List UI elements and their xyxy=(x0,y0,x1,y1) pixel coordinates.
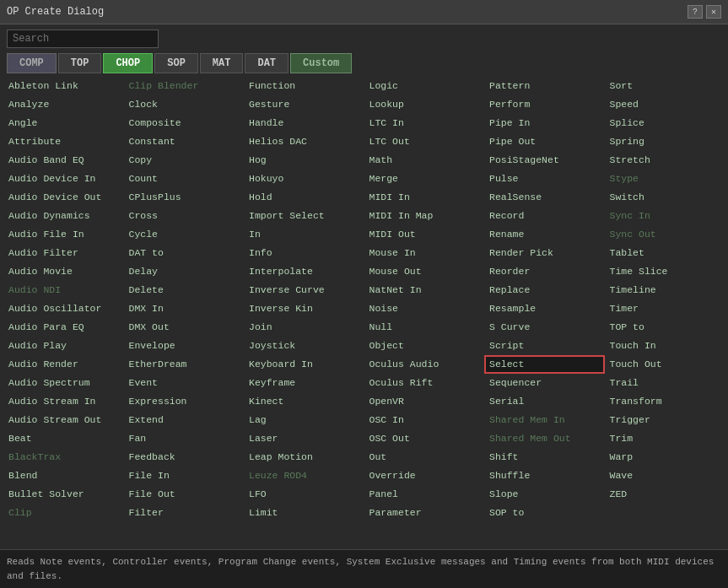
grid-cell[interactable]: Timeline xyxy=(605,281,725,299)
grid-cell[interactable]: Oculus Audio xyxy=(364,355,485,374)
grid-cell[interactable] xyxy=(605,504,725,522)
grid-cell[interactable]: RealSense xyxy=(484,188,605,207)
grid-cell[interactable]: Copy xyxy=(124,151,245,170)
grid-cell[interactable]: PosiStageNet xyxy=(484,151,605,170)
grid-cell[interactable]: Keyframe xyxy=(244,374,364,392)
grid-cell[interactable]: Logic xyxy=(364,77,485,95)
grid-cell[interactable]: Reorder xyxy=(484,262,605,281)
grid-cell[interactable]: LTC In xyxy=(364,114,485,132)
grid-cell[interactable]: Trim xyxy=(605,429,725,448)
grid-cell[interactable]: Constant xyxy=(124,132,245,151)
grid-cell[interactable]: OSC Out xyxy=(364,429,485,448)
grid-cell[interactable]: OpenVR xyxy=(364,392,485,411)
grid-cell[interactable]: Angle xyxy=(3,114,124,132)
grid-cell[interactable]: Splice xyxy=(605,114,725,132)
grid-cell[interactable]: Audio Device In xyxy=(3,170,124,188)
grid-cell[interactable]: S Curve xyxy=(484,318,605,337)
grid-cell[interactable]: Touch Out xyxy=(605,355,725,374)
grid-cell[interactable]: Shift xyxy=(484,448,605,467)
grid-cell[interactable]: File In xyxy=(124,467,245,485)
grid-cell[interactable]: Clock xyxy=(124,95,245,114)
grid-cell[interactable]: Handle xyxy=(244,114,364,132)
grid-cell[interactable]: Noise xyxy=(364,299,485,318)
grid-cell[interactable]: Composite xyxy=(124,114,245,132)
grid-cell[interactable]: Audio NDI xyxy=(3,281,124,299)
grid-cell[interactable]: Speed xyxy=(605,95,725,114)
grid-cell[interactable]: Inverse Kin xyxy=(244,299,364,318)
grid-cell[interactable]: Out xyxy=(364,448,485,467)
grid-cell[interactable]: Serial xyxy=(484,392,605,411)
grid-cell[interactable]: MIDI In xyxy=(364,188,485,207)
grid-cell[interactable]: Delete xyxy=(124,281,245,299)
grid-cell[interactable]: Audio Device Out xyxy=(3,188,124,207)
grid-cell[interactable]: MIDI Out xyxy=(364,225,485,244)
grid-cell[interactable]: Envelope xyxy=(124,337,245,355)
grid-cell[interactable]: BlackTrax xyxy=(3,448,124,467)
grid-cell[interactable]: Touch In xyxy=(605,337,725,355)
grid-cell[interactable]: Inverse Curve xyxy=(244,281,364,299)
grid-cell[interactable]: Keyboard In xyxy=(244,355,364,374)
grid-cell[interactable]: Import Select xyxy=(244,207,364,225)
grid-cell[interactable]: Gesture xyxy=(244,95,364,114)
grid-cell[interactable]: Sort xyxy=(605,77,725,95)
grid-cell[interactable]: Filter xyxy=(124,504,245,522)
grid-cell[interactable]: Replace xyxy=(484,281,605,299)
tab-chop[interactable]: CHOP xyxy=(103,53,153,73)
grid-cell[interactable]: Warp xyxy=(605,448,725,467)
grid-cell[interactable]: Cycle xyxy=(124,225,245,244)
grid-cell[interactable]: Lag xyxy=(244,411,364,429)
grid-cell[interactable]: Switch xyxy=(605,188,725,207)
grid-cell[interactable]: Script xyxy=(484,337,605,355)
grid-cell[interactable]: Audio File In xyxy=(3,225,124,244)
grid-cell[interactable]: Blend xyxy=(3,467,124,485)
grid-cell[interactable]: SOP to xyxy=(484,504,605,522)
grid-cell[interactable]: Lookup xyxy=(364,95,485,114)
grid-cell[interactable]: Record xyxy=(484,207,605,225)
grid-cell[interactable]: NatNet In xyxy=(364,281,485,299)
grid-cell[interactable]: Extend xyxy=(124,411,245,429)
grid-cell[interactable]: Transform xyxy=(605,392,725,411)
grid-cell[interactable]: Shared Mem In xyxy=(484,411,605,429)
grid-cell[interactable]: Select xyxy=(484,355,605,374)
grid-cell[interactable]: Slope xyxy=(484,485,605,504)
grid-cell[interactable]: Beat xyxy=(3,429,124,448)
grid-cell[interactable]: Clip Blender xyxy=(124,77,245,95)
grid-cell[interactable]: Count xyxy=(124,170,245,188)
grid-cell[interactable]: Audio Oscillator xyxy=(3,299,124,318)
grid-cell[interactable]: Sync Out xyxy=(605,225,725,244)
grid-cell[interactable]: Leap Motion xyxy=(244,448,364,467)
grid-cell[interactable]: ZED xyxy=(605,485,725,504)
grid-cell[interactable]: Audio Play xyxy=(3,337,124,355)
grid-cell[interactable]: DMX In xyxy=(124,299,245,318)
grid-cell[interactable]: Join xyxy=(244,318,364,337)
close-button[interactable]: ✕ xyxy=(706,5,721,19)
grid-cell[interactable]: Resample xyxy=(484,299,605,318)
grid-cell[interactable]: Delay xyxy=(124,262,245,281)
grid-cell[interactable]: Null xyxy=(364,318,485,337)
grid-cell[interactable]: Stype xyxy=(605,170,725,188)
grid-cell[interactable]: Timer xyxy=(605,299,725,318)
grid-cell[interactable]: Ableton Link xyxy=(3,77,124,95)
grid-cell[interactable]: MIDI In Map xyxy=(364,207,485,225)
grid-cell[interactable]: Feedback xyxy=(124,448,245,467)
grid-cell[interactable]: Trail xyxy=(605,374,725,392)
grid-cell[interactable]: Audio Band EQ xyxy=(3,151,124,170)
grid-cell[interactable]: Leuze ROD4 xyxy=(244,467,364,485)
grid-cell[interactable]: Audio Dynamics xyxy=(3,207,124,225)
grid-cell[interactable]: Shuffle xyxy=(484,467,605,485)
help-button[interactable]: ? xyxy=(688,5,703,19)
grid-cell[interactable]: Parameter xyxy=(364,504,485,522)
grid-cell[interactable]: Helios DAC xyxy=(244,132,364,151)
grid-cell[interactable]: Math xyxy=(364,151,485,170)
grid-cell[interactable]: Mouse In xyxy=(364,244,485,262)
grid-cell[interactable]: EtherDream xyxy=(124,355,245,374)
grid-cell[interactable]: Pipe Out xyxy=(484,132,605,151)
grid-cell[interactable]: Trigger xyxy=(605,411,725,429)
grid-cell[interactable]: Audio Movie xyxy=(3,262,124,281)
grid-cell[interactable]: Render Pick xyxy=(484,244,605,262)
grid-cell[interactable]: Interpolate xyxy=(244,262,364,281)
grid-cell[interactable]: DAT to xyxy=(124,244,245,262)
grid-cell[interactable]: Audio Render xyxy=(3,355,124,374)
grid-cell[interactable]: Fan xyxy=(124,429,245,448)
grid-cell[interactable]: Stretch xyxy=(605,151,725,170)
